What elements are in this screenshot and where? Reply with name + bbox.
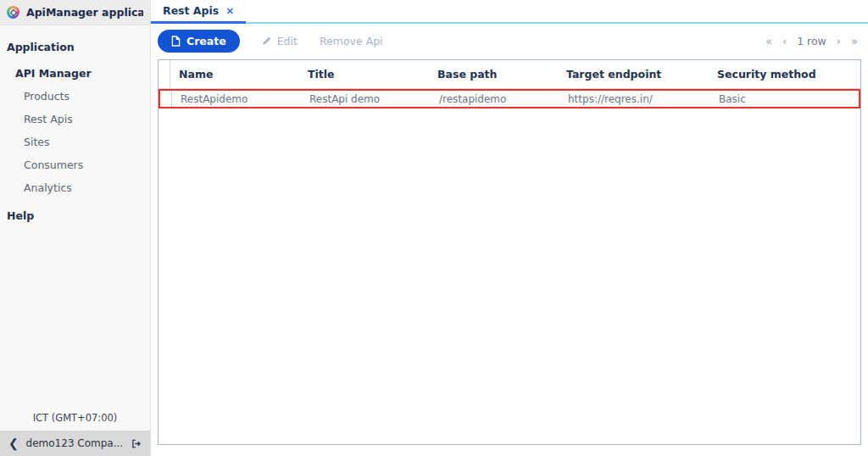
column-header-title[interactable]: Title: [299, 68, 429, 81]
sidebar-section-application: Application: [0, 37, 150, 57]
column-header-base-path[interactable]: Base path: [429, 68, 558, 81]
main-content: Rest Apis × Create Edit Remove Api: [151, 0, 868, 456]
cell-name: RestApidemo: [172, 93, 301, 105]
logout-icon[interactable]: [131, 438, 142, 449]
row-selector-cell[interactable]: [160, 91, 172, 107]
edit-pencil-icon: [262, 36, 272, 46]
pagination-prev-icon[interactable]: ‹: [782, 35, 787, 47]
collapse-sidebar-icon[interactable]: ❮: [8, 437, 19, 449]
sidebar-item-products[interactable]: Products: [0, 85, 150, 108]
tab-rest-apis[interactable]: Rest Apis ×: [151, 0, 246, 24]
cell-base-path: /restapidemo: [431, 93, 559, 105]
tab-bar: Rest Apis ×: [151, 0, 868, 24]
sidebar-item-analytics[interactable]: Analytics: [0, 176, 150, 199]
cell-title: RestApi demo: [301, 93, 431, 105]
column-header-target-endpoint[interactable]: Target endpoint: [558, 68, 709, 81]
edit-button[interactable]: Edit: [262, 35, 298, 47]
table-selection-column-header: [159, 60, 170, 88]
app-logo-icon: [7, 6, 19, 19]
edit-button-label: Edit: [277, 35, 298, 47]
app-title: ApiManager applicati...: [26, 6, 143, 19]
pagination-last-icon[interactable]: »: [851, 35, 858, 47]
sidebar-section-help[interactable]: Help: [0, 203, 150, 229]
pagination-next-icon[interactable]: ›: [837, 35, 841, 47]
sidebar-item-consumers[interactable]: Consumers: [0, 153, 150, 176]
sidebar-item-sites[interactable]: Sites: [0, 131, 150, 153]
table-header-row: Name Title Base path Target endpoint Sec…: [159, 60, 860, 89]
create-document-icon: [171, 36, 181, 47]
api-table: Name Title Base path Target endpoint Sec…: [158, 59, 861, 445]
account-name[interactable]: demo123 Compa...: [24, 437, 125, 449]
remove-api-button[interactable]: Remove Api: [320, 35, 383, 47]
timezone-label: ICT (GMT+07:00): [0, 405, 150, 431]
create-button[interactable]: Create: [158, 30, 240, 53]
pagination: « ‹ 1 row › »: [765, 35, 858, 47]
cell-target-endpoint: https://reqres.in/: [559, 93, 710, 105]
toolbar: Create Edit Remove Api « ‹ 1 row › »: [151, 24, 868, 58]
sidebar-nav: Application API Manager Products Rest Ap…: [0, 25, 150, 405]
table-row-restapidemo[interactable]: RestApidemo RestApi demo /restapidemo ht…: [159, 89, 860, 108]
tab-label: Rest Apis: [163, 4, 219, 17]
tab-close-icon[interactable]: ×: [225, 6, 234, 16]
cell-security-method: Basic: [710, 93, 859, 105]
sidebar-item-rest-apis[interactable]: Rest Apis: [0, 108, 150, 131]
pagination-first-icon[interactable]: «: [765, 35, 772, 47]
remove-api-button-label: Remove Api: [320, 35, 383, 47]
sidebar-group-api-manager[interactable]: API Manager: [0, 62, 150, 85]
pagination-status: 1 row: [797, 35, 826, 47]
sidebar-header: ApiManager applicati...: [0, 0, 150, 25]
sidebar: ApiManager applicati... Application API …: [0, 0, 151, 456]
column-header-name[interactable]: Name: [170, 68, 299, 81]
sidebar-footer: ❮ demo123 Compa...: [0, 431, 150, 456]
column-header-security-method[interactable]: Security method: [709, 68, 860, 81]
create-button-label: Create: [186, 35, 226, 47]
